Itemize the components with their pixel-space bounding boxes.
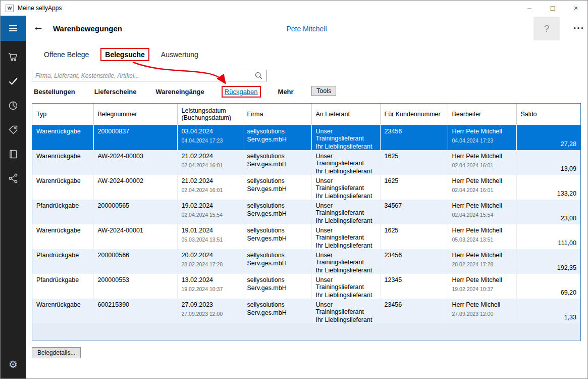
cell-typ: Warenrückgabe — [32, 175, 93, 200]
cell-bearbeiter: Herr Pete Mitchell04.04.2024 17:23 — [448, 125, 516, 150]
journal-icon — [8, 149, 19, 160]
cell-typ: Pfandrückgabe — [32, 200, 93, 224]
cell-firma: sellysolutionsServ.ges.mbH — [243, 274, 311, 299]
tab[interactable]: Auswertung — [157, 49, 202, 60]
sidebar-item-reports[interactable] — [1, 93, 26, 118]
more-button[interactable]: ··· — [569, 21, 588, 36]
table-row[interactable]: Warenrückgabe 200000837 03.04.202404.04.… — [32, 125, 580, 150]
column-header[interactable]: Belegnummer — [93, 104, 177, 125]
table-footer-band — [32, 323, 580, 342]
cell-firma: sellysolutionsServ.ges.mbH — [243, 150, 311, 175]
close-button[interactable]: × — [564, 1, 587, 16]
pie-chart-icon — [8, 100, 19, 111]
column-header[interactable]: Leistungsdatum(Buchungsdatum) — [177, 104, 243, 125]
cell-lieferant: Unser TrainingslieferantIhr Lieblingslie… — [311, 175, 380, 200]
cell-bearbeiter: Herr Pete Michell27.09.2023 12:00 — [448, 299, 516, 323]
cell-kundennummer: 23456 — [380, 299, 448, 323]
subtabs: Bestellungen Lieferscheine Wareneingänge… — [32, 84, 296, 99]
cell-leistungsdatum: 20.02.202428.02.2024 17:28 — [177, 249, 243, 274]
cell-lieferant: Unser TrainingslieferantIhr Lieblingslie… — [311, 249, 380, 274]
cell-belegnummer: 200000837 — [93, 125, 177, 150]
cell-firma: sellysolutionsServ.ges.mbH — [243, 224, 311, 249]
column-header[interactable]: An Lieferant — [311, 104, 380, 125]
cell-lieferant: Unser TrainingslieferantIhr Lieblingslie… — [311, 224, 380, 249]
cell-belegnummer: AW-2024-00002 — [93, 175, 177, 200]
sidebar-item-network[interactable] — [1, 166, 26, 191]
sidebar-item-prices[interactable] — [1, 118, 26, 142]
main-content: ← Warenbewegungen Pete Mitchell ? ··· Of… — [26, 16, 587, 378]
column-header[interactable]: Bearbeiter — [448, 104, 516, 125]
cell-belegnummer: AW-2024-00003 — [93, 150, 177, 175]
table-row[interactable]: Warenrückgabe AW-2024-00002 21.02.202402… — [32, 175, 580, 200]
cell-belegnummer: 200000565 — [93, 200, 177, 224]
cell-leistungsdatum: 19.02.202402.04.2024 15:54 — [177, 200, 243, 224]
table-row[interactable]: Warenrückgabe 600215390 27.09.202327.09.… — [32, 299, 580, 323]
sidebar-item-journal[interactable] — [1, 142, 26, 166]
cell-saldo: 133,20 — [516, 175, 580, 200]
beleg-details-button[interactable]: Belegdetails... — [32, 347, 81, 358]
window-title: Meine sellyApps — [18, 5, 62, 12]
cell-kundennummer: 1625 — [380, 175, 448, 200]
sidebar-item-tasks[interactable] — [1, 69, 26, 93]
cell-typ: Pfandrückgabe — [32, 249, 93, 274]
table-row[interactable]: Pfandrückgabe 200000553 13.02.202419.02.… — [32, 274, 580, 299]
cell-kundennummer: 34567 — [380, 200, 448, 224]
cell-saldo: 27,28 — [516, 125, 580, 150]
cart-icon — [8, 52, 19, 63]
tab[interactable]: Belegsuche — [100, 48, 149, 61]
cell-lieferant: Unser TrainingslieferantIhr Lieblingslie… — [311, 125, 380, 150]
share-network-icon — [8, 173, 19, 184]
tools-button[interactable]: Tools — [311, 86, 336, 96]
cell-typ: Warenrückgabe — [32, 125, 93, 150]
subtab[interactable]: Mehr — [276, 87, 296, 97]
cell-kundennummer: 1625 — [380, 224, 448, 249]
menu-button[interactable] — [1, 16, 26, 41]
user-name[interactable]: Pete Mitchell — [26, 25, 587, 33]
cell-belegnummer: 200000566 — [93, 249, 177, 274]
search-icon[interactable] — [255, 72, 262, 79]
cell-kundennummer: 12345 — [380, 274, 448, 299]
sidebar-item-settings[interactable]: ⚙ — [1, 353, 26, 375]
cell-typ: Warenrückgabe — [32, 299, 93, 323]
cell-belegnummer: 600215390 — [93, 299, 177, 323]
column-header[interactable]: Firma — [243, 104, 311, 125]
cell-leistungsdatum: 27.09.202327.09.2023 12:00 — [177, 299, 243, 323]
search-input[interactable] — [32, 72, 255, 79]
column-header[interactable]: Für Kundennummer — [380, 104, 448, 125]
cell-saldo: 1,33 — [516, 299, 580, 323]
cell-bearbeiter: Herr Pete Mitchell02.04.2024 15:54 — [448, 200, 516, 224]
gear-icon: ⚙ — [9, 358, 18, 370]
cell-typ: Warenrückgabe — [32, 150, 93, 175]
table-row[interactable]: Pfandrückgabe 200000566 20.02.202428.02.… — [32, 249, 580, 274]
subtab[interactable]: Lieferscheine — [92, 87, 139, 97]
help-button[interactable]: ? — [533, 17, 560, 40]
table: Typ Belegnummer Leistungsdatum(Buchungsd… — [32, 104, 580, 323]
cell-saldo: 111,00 — [516, 224, 580, 249]
cell-leistungsdatum: 13.02.202419.02.2024 10:37 — [177, 274, 243, 299]
search-box — [32, 70, 267, 81]
tab[interactable]: Offene Belege — [40, 49, 92, 60]
subtab[interactable]: Wareneingänge — [153, 87, 206, 97]
subtab[interactable]: Rückgaben — [222, 86, 261, 98]
cell-leistungsdatum: 03.04.202404.04.2024 17:23 — [177, 125, 243, 150]
cell-lieferant: Unser TrainingslieferantIhr Lieblingslie… — [311, 299, 380, 323]
cell-bearbeiter: Herr Pete Mitchell28.02.2024 17:28 — [448, 249, 516, 274]
minimize-button[interactable]: – — [518, 1, 541, 16]
cell-typ: Pfandrückgabe — [32, 274, 93, 299]
cell-lieferant: Unser TrainingslieferantIhr Lieblingslie… — [311, 200, 380, 224]
sidebar: ⚙ — [1, 16, 26, 378]
column-header[interactable]: Saldo — [516, 104, 580, 125]
subtab[interactable]: Bestellungen — [32, 87, 77, 97]
table-row[interactable]: Warenrückgabe AW-2024-00001 19.01.202405… — [32, 224, 580, 249]
table-row[interactable]: Warenrückgabe AW-2024-00003 21.02.202402… — [32, 150, 580, 175]
cell-lieferant: Unser TrainingslieferantIhr Lieblingslie… — [311, 274, 380, 299]
column-header[interactable]: Typ — [32, 104, 93, 125]
table-body: Warenrückgabe 200000837 03.04.202404.04.… — [32, 125, 580, 323]
table-row[interactable]: Pfandrückgabe 200000565 19.02.202402.04.… — [32, 200, 580, 224]
cell-saldo: 69,20 — [516, 274, 580, 299]
hamburger-icon — [8, 23, 19, 34]
maximize-button[interactable]: □ — [541, 1, 564, 16]
cell-typ: Warenrückgabe — [32, 224, 93, 249]
cell-kundennummer: 23456 — [380, 125, 448, 150]
sidebar-item-cart[interactable] — [1, 45, 26, 69]
